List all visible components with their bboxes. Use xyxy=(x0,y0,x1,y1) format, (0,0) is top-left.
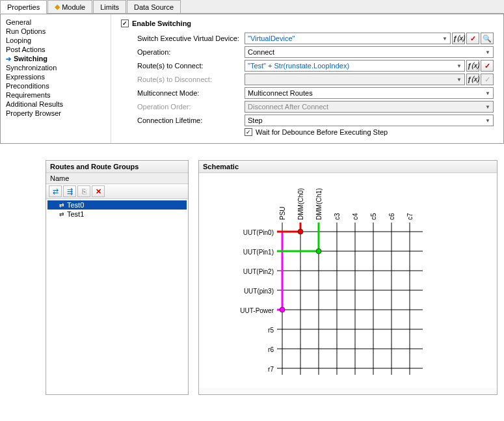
sidebar-item-synchronization[interactable]: Synchronization xyxy=(6,63,105,72)
route-icon: ⇄ xyxy=(59,202,64,208)
svg-text:UUT(pin3): UUT(pin3) xyxy=(244,288,274,295)
routes-panel: Routes and Route Groups Name ⇄ ⇶ ⎘ ✕ ⇄ T… xyxy=(46,160,189,395)
connect-check-button[interactable]: ✓ xyxy=(481,60,494,72)
check-icon: ✓ xyxy=(470,34,476,43)
svg-text:DMM(Ch1): DMM(Ch1) xyxy=(315,188,323,220)
check-icon: ✓ xyxy=(484,75,490,84)
connect-dropdown[interactable]: "Test" + Str(runstate.LoopIndex)▼ xyxy=(245,60,465,72)
chevron-down-icon: ▼ xyxy=(485,104,490,110)
operation-label: Operation: xyxy=(121,48,245,56)
tab-limits[interactable]: Limits xyxy=(93,0,126,13)
sidebar-item-switching[interactable]: ➔ Switching xyxy=(6,54,105,63)
svg-text:c6: c6 xyxy=(388,213,395,220)
schematic-canvas[interactable]: PSU DMM(Ch0) DMM(Ch1) c3 c4 c5 c6 c7 UUT… xyxy=(199,173,497,388)
svg-text:PSU: PSU xyxy=(279,206,286,220)
svg-text:UUT(Pin0): UUT(Pin0) xyxy=(243,229,274,236)
svg-text:UUT-Power: UUT-Power xyxy=(240,307,274,314)
delete-button[interactable]: ✕ xyxy=(92,185,105,197)
routes-tree[interactable]: ⇄ Test0 ⇄ Test1 xyxy=(46,199,188,394)
chevron-down-icon: ▼ xyxy=(485,90,490,96)
delete-icon: ✕ xyxy=(96,187,101,196)
multimode-label: Multiconnect Mode: xyxy=(121,89,245,97)
fx-icon: ƒ⒳ xyxy=(467,75,478,85)
svg-text:r5: r5 xyxy=(268,327,274,334)
svg-text:DMM(Ch0): DMM(Ch0) xyxy=(297,188,304,220)
chevron-down-icon: ▼ xyxy=(457,77,462,83)
svg-point-34 xyxy=(280,307,285,312)
svg-text:r7: r7 xyxy=(268,366,274,373)
enable-switching-checkbox[interactable]: ✓ xyxy=(121,20,129,27)
route-icon: ⇄ xyxy=(53,187,59,196)
browse-icon: 🔍 xyxy=(483,34,492,43)
sidebar-item-preconditions[interactable]: Preconditions xyxy=(6,81,105,90)
device-fx-button[interactable]: ƒ⒳ xyxy=(452,33,465,44)
sidebar-item-looping[interactable]: Looping xyxy=(6,36,105,45)
disconnect-label: Route(s) to Disconnect: xyxy=(121,75,245,83)
connect-label: Route(s) to Connect: xyxy=(121,62,245,70)
device-label: Switch Executive Virtual Device: xyxy=(121,34,245,42)
schematic-panel: Schematic PSU DMM(Ch0) DMM(Ch1) c3 c4 c5… xyxy=(198,160,497,395)
svg-point-37 xyxy=(298,229,303,234)
connect-fx-button[interactable]: ƒ⒳ xyxy=(466,60,479,72)
chevron-down-icon: ▼ xyxy=(485,118,490,124)
device-check-button[interactable]: ✓ xyxy=(466,33,479,44)
routes-column-header[interactable]: Name xyxy=(46,173,188,184)
sidebar-item-expressions[interactable]: Expressions xyxy=(6,72,105,81)
routes-toolbar: ⇄ ⇶ ⎘ ✕ xyxy=(46,184,188,199)
route-item-test1[interactable]: ⇄ Test1 xyxy=(47,210,187,219)
sidebar: General Run Options Looping Post Actions… xyxy=(1,14,111,143)
svg-text:UUT(Pin2): UUT(Pin2) xyxy=(243,268,274,275)
tab-bar: Properties ◆Module Limits Data Source xyxy=(0,0,504,14)
active-arrow-icon: ➔ xyxy=(6,55,11,62)
lifetime-dropdown[interactable]: Step▼ xyxy=(245,115,494,126)
svg-text:c4: c4 xyxy=(352,213,359,220)
check-icon: ✓ xyxy=(484,62,490,70)
route-item-test0[interactable]: ⇄ Test0 xyxy=(47,200,187,210)
svg-point-40 xyxy=(316,249,321,254)
svg-text:c3: c3 xyxy=(334,213,341,220)
disconnect-check-button: ✓ xyxy=(481,74,494,85)
chevron-down-icon: ▼ xyxy=(457,63,462,69)
fx-icon: ƒ⒳ xyxy=(453,34,464,44)
disconnect-dropdown: ▼ xyxy=(245,74,465,85)
svg-text:c7: c7 xyxy=(406,213,414,220)
sidebar-item-requirements[interactable]: Requirements xyxy=(6,90,105,100)
wait-debounce-checkbox[interactable]: ✓ xyxy=(245,128,252,136)
duplicate-button[interactable]: ⎘ xyxy=(77,185,90,197)
svg-text:c5: c5 xyxy=(370,213,377,220)
module-icon: ◆ xyxy=(55,3,60,11)
sidebar-item-property-browser[interactable]: Property Browser xyxy=(6,109,105,118)
sidebar-item-additional-results[interactable]: Additional Results xyxy=(6,100,105,109)
oporder-dropdown: Disconnect After Connect▼ xyxy=(245,101,494,113)
tab-properties[interactable]: Properties xyxy=(0,0,47,14)
enable-switching-label: Enable Switching xyxy=(132,20,191,27)
sidebar-item-general[interactable]: General xyxy=(6,18,105,27)
group-icon: ⇶ xyxy=(67,187,73,196)
sidebar-item-run-options[interactable]: Run Options xyxy=(6,27,105,36)
device-dropdown[interactable]: "VirtualDevice"▼ xyxy=(245,33,451,44)
new-group-button[interactable]: ⇶ xyxy=(63,185,76,197)
disconnect-fx-button: ƒ⒳ xyxy=(466,74,479,85)
switching-form: ✓ Enable Switching Switch Executive Virt… xyxy=(111,14,503,143)
fx-icon: ƒ⒳ xyxy=(467,61,478,71)
svg-text:r6: r6 xyxy=(268,346,274,353)
new-route-button[interactable]: ⇄ xyxy=(49,185,62,197)
tab-module[interactable]: ◆Module xyxy=(47,0,92,13)
svg-text:UUT(Pin1): UUT(Pin1) xyxy=(243,249,274,256)
lifetime-label: Connection Lifetime: xyxy=(121,116,245,124)
tab-data-source[interactable]: Data Source xyxy=(127,0,181,13)
sidebar-item-post-actions[interactable]: Post Actions xyxy=(6,45,105,54)
operation-dropdown[interactable]: Connect▼ xyxy=(245,46,494,58)
routes-title: Routes and Route Groups xyxy=(46,161,188,173)
oporder-label: Operation Order: xyxy=(121,103,245,111)
copy-icon: ⎘ xyxy=(82,187,86,195)
device-browse-button[interactable]: 🔍 xyxy=(481,33,494,44)
wait-debounce-label: Wait for Debounce Before Executing Step xyxy=(256,128,388,136)
route-icon: ⇄ xyxy=(59,211,64,217)
chevron-down-icon: ▼ xyxy=(485,49,490,55)
multimode-dropdown[interactable]: Multiconnect Routes▼ xyxy=(245,87,494,99)
chevron-down-icon: ▼ xyxy=(442,36,447,42)
schematic-title: Schematic xyxy=(199,161,497,173)
